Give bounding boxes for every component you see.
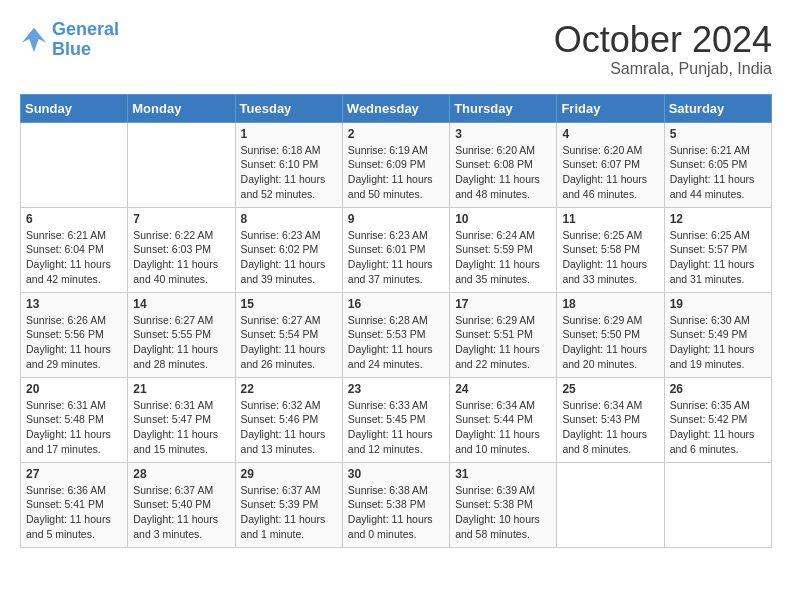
day-info: Sunrise: 6:32 AMSunset: 5:46 PMDaylight:… (241, 398, 337, 457)
day-number: 26 (670, 382, 766, 396)
day-number: 5 (670, 127, 766, 141)
day-info: Sunrise: 6:23 AMSunset: 6:02 PMDaylight:… (241, 228, 337, 287)
day-number: 28 (133, 467, 229, 481)
weekday-header: Friday (557, 94, 664, 122)
calendar-cell: 17Sunrise: 6:29 AMSunset: 5:51 PMDayligh… (450, 292, 557, 377)
calendar-cell: 7Sunrise: 6:22 AMSunset: 6:03 PMDaylight… (128, 207, 235, 292)
day-number: 1 (241, 127, 337, 141)
day-info: Sunrise: 6:19 AMSunset: 6:09 PMDaylight:… (348, 143, 444, 202)
day-info: Sunrise: 6:36 AMSunset: 5:41 PMDaylight:… (26, 483, 122, 542)
day-number: 10 (455, 212, 551, 226)
day-info: Sunrise: 6:20 AMSunset: 6:07 PMDaylight:… (562, 143, 658, 202)
title-block: October 2024 Samrala, Punjab, India (554, 20, 772, 78)
calendar-week-row: 20Sunrise: 6:31 AMSunset: 5:48 PMDayligh… (21, 377, 772, 462)
weekday-header: Thursday (450, 94, 557, 122)
month-title: October 2024 (554, 20, 772, 60)
location-title: Samrala, Punjab, India (554, 60, 772, 78)
day-info: Sunrise: 6:25 AMSunset: 5:57 PMDaylight:… (670, 228, 766, 287)
logo: GeneralBlue (20, 20, 119, 60)
day-number: 7 (133, 212, 229, 226)
day-info: Sunrise: 6:29 AMSunset: 5:50 PMDaylight:… (562, 313, 658, 372)
weekday-header: Monday (128, 94, 235, 122)
day-number: 19 (670, 297, 766, 311)
day-info: Sunrise: 6:18 AMSunset: 6:10 PMDaylight:… (241, 143, 337, 202)
calendar-cell (557, 462, 664, 547)
weekday-header: Saturday (664, 94, 771, 122)
calendar-cell: 6Sunrise: 6:21 AMSunset: 6:04 PMDaylight… (21, 207, 128, 292)
calendar-cell: 27Sunrise: 6:36 AMSunset: 5:41 PMDayligh… (21, 462, 128, 547)
day-number: 3 (455, 127, 551, 141)
calendar-cell: 20Sunrise: 6:31 AMSunset: 5:48 PMDayligh… (21, 377, 128, 462)
day-number: 12 (670, 212, 766, 226)
day-number: 8 (241, 212, 337, 226)
calendar-cell (21, 122, 128, 207)
day-number: 18 (562, 297, 658, 311)
calendar-week-row: 13Sunrise: 6:26 AMSunset: 5:56 PMDayligh… (21, 292, 772, 377)
day-number: 6 (26, 212, 122, 226)
day-info: Sunrise: 6:27 AMSunset: 5:54 PMDaylight:… (241, 313, 337, 372)
day-number: 17 (455, 297, 551, 311)
day-number: 30 (348, 467, 444, 481)
logo-icon (20, 26, 48, 54)
day-info: Sunrise: 6:38 AMSunset: 5:38 PMDaylight:… (348, 483, 444, 542)
calendar-cell: 2Sunrise: 6:19 AMSunset: 6:09 PMDaylight… (342, 122, 449, 207)
day-number: 16 (348, 297, 444, 311)
day-info: Sunrise: 6:28 AMSunset: 5:53 PMDaylight:… (348, 313, 444, 372)
day-info: Sunrise: 6:29 AMSunset: 5:51 PMDaylight:… (455, 313, 551, 372)
calendar-cell: 4Sunrise: 6:20 AMSunset: 6:07 PMDaylight… (557, 122, 664, 207)
day-info: Sunrise: 6:23 AMSunset: 6:01 PMDaylight:… (348, 228, 444, 287)
weekday-header: Wednesday (342, 94, 449, 122)
day-number: 4 (562, 127, 658, 141)
day-number: 20 (26, 382, 122, 396)
calendar-cell: 10Sunrise: 6:24 AMSunset: 5:59 PMDayligh… (450, 207, 557, 292)
calendar-cell: 13Sunrise: 6:26 AMSunset: 5:56 PMDayligh… (21, 292, 128, 377)
calendar-cell (664, 462, 771, 547)
day-info: Sunrise: 6:31 AMSunset: 5:48 PMDaylight:… (26, 398, 122, 457)
calendar-cell: 12Sunrise: 6:25 AMSunset: 5:57 PMDayligh… (664, 207, 771, 292)
calendar-cell: 22Sunrise: 6:32 AMSunset: 5:46 PMDayligh… (235, 377, 342, 462)
day-number: 2 (348, 127, 444, 141)
calendar-cell: 5Sunrise: 6:21 AMSunset: 6:05 PMDaylight… (664, 122, 771, 207)
page-header: GeneralBlue October 2024 Samrala, Punjab… (20, 20, 772, 78)
calendar-body: 1Sunrise: 6:18 AMSunset: 6:10 PMDaylight… (21, 122, 772, 547)
day-number: 22 (241, 382, 337, 396)
calendar-cell: 30Sunrise: 6:38 AMSunset: 5:38 PMDayligh… (342, 462, 449, 547)
day-info: Sunrise: 6:20 AMSunset: 6:08 PMDaylight:… (455, 143, 551, 202)
calendar-header: SundayMondayTuesdayWednesdayThursdayFrid… (21, 94, 772, 122)
day-info: Sunrise: 6:22 AMSunset: 6:03 PMDaylight:… (133, 228, 229, 287)
day-number: 29 (241, 467, 337, 481)
calendar-cell: 9Sunrise: 6:23 AMSunset: 6:01 PMDaylight… (342, 207, 449, 292)
calendar-cell: 16Sunrise: 6:28 AMSunset: 5:53 PMDayligh… (342, 292, 449, 377)
day-number: 24 (455, 382, 551, 396)
day-info: Sunrise: 6:34 AMSunset: 5:44 PMDaylight:… (455, 398, 551, 457)
calendar-cell: 14Sunrise: 6:27 AMSunset: 5:55 PMDayligh… (128, 292, 235, 377)
day-number: 21 (133, 382, 229, 396)
day-info: Sunrise: 6:24 AMSunset: 5:59 PMDaylight:… (455, 228, 551, 287)
day-number: 11 (562, 212, 658, 226)
logo-text: GeneralBlue (52, 20, 119, 60)
calendar-cell: 18Sunrise: 6:29 AMSunset: 5:50 PMDayligh… (557, 292, 664, 377)
calendar-week-row: 27Sunrise: 6:36 AMSunset: 5:41 PMDayligh… (21, 462, 772, 547)
day-number: 25 (562, 382, 658, 396)
calendar-cell: 21Sunrise: 6:31 AMSunset: 5:47 PMDayligh… (128, 377, 235, 462)
day-info: Sunrise: 6:34 AMSunset: 5:43 PMDaylight:… (562, 398, 658, 457)
day-info: Sunrise: 6:21 AMSunset: 6:04 PMDaylight:… (26, 228, 122, 287)
calendar-cell: 25Sunrise: 6:34 AMSunset: 5:43 PMDayligh… (557, 377, 664, 462)
calendar-week-row: 6Sunrise: 6:21 AMSunset: 6:04 PMDaylight… (21, 207, 772, 292)
day-info: Sunrise: 6:26 AMSunset: 5:56 PMDaylight:… (26, 313, 122, 372)
day-number: 9 (348, 212, 444, 226)
weekday-row: SundayMondayTuesdayWednesdayThursdayFrid… (21, 94, 772, 122)
day-number: 14 (133, 297, 229, 311)
day-number: 31 (455, 467, 551, 481)
weekday-header: Tuesday (235, 94, 342, 122)
day-number: 15 (241, 297, 337, 311)
calendar-cell: 1Sunrise: 6:18 AMSunset: 6:10 PMDaylight… (235, 122, 342, 207)
calendar-cell: 26Sunrise: 6:35 AMSunset: 5:42 PMDayligh… (664, 377, 771, 462)
calendar-cell: 8Sunrise: 6:23 AMSunset: 6:02 PMDaylight… (235, 207, 342, 292)
day-info: Sunrise: 6:33 AMSunset: 5:45 PMDaylight:… (348, 398, 444, 457)
calendar-cell (128, 122, 235, 207)
calendar-cell: 11Sunrise: 6:25 AMSunset: 5:58 PMDayligh… (557, 207, 664, 292)
calendar-cell: 19Sunrise: 6:30 AMSunset: 5:49 PMDayligh… (664, 292, 771, 377)
day-number: 27 (26, 467, 122, 481)
day-info: Sunrise: 6:37 AMSunset: 5:40 PMDaylight:… (133, 483, 229, 542)
